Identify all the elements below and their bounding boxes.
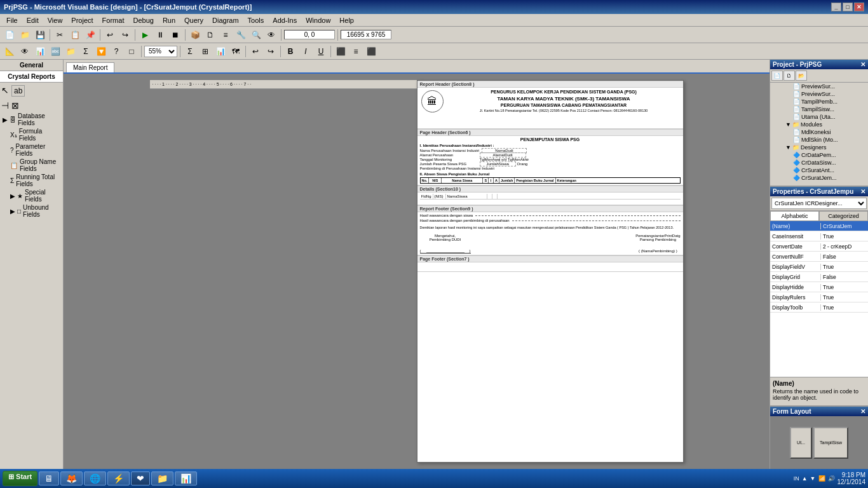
- form-layout-close-icon[interactable]: ✕: [860, 408, 865, 415]
- menu-view[interactable]: View: [44, 16, 67, 25]
- fe-unbound-fields[interactable]: ▶ □ Unbound Fields: [0, 203, 63, 219]
- align-center-btn[interactable]: ≡: [349, 45, 363, 58]
- prop-displaygrid[interactable]: DisplayGrid False: [770, 272, 868, 282]
- tb-btn[interactable]: 🔧: [234, 29, 248, 41]
- zoom-select[interactable]: 55% 75% 100%: [144, 46, 177, 57]
- fe-database-fields[interactable]: ▶ 🗄 Database Fields: [0, 112, 63, 127]
- pause-btn[interactable]: ⏸: [153, 29, 167, 41]
- prop-displayrulers[interactable]: DisplayRulers True: [770, 292, 868, 302]
- sum-btn[interactable]: Σ: [183, 45, 197, 58]
- menu-addins[interactable]: Add-Ins: [269, 16, 301, 25]
- tree-crsuratant[interactable]: 🔷 CrSuratAnt...: [770, 166, 868, 174]
- prop-name[interactable]: (Name) CrSuratJem: [770, 221, 868, 231]
- menu-project[interactable]: Project: [67, 16, 97, 25]
- cr-preview-btn[interactable]: 👁: [18, 45, 32, 58]
- prop-caseinsensit[interactable]: CaseInsensit True: [770, 231, 868, 241]
- menu-debug[interactable]: Debug: [129, 16, 157, 25]
- undo2-btn[interactable]: ↩: [248, 45, 262, 58]
- cut-btn[interactable]: ✂: [53, 29, 67, 41]
- line-tool[interactable]: ⊣: [1, 100, 9, 111]
- prop-displayhidde[interactable]: DisplayHidde True: [770, 282, 868, 292]
- tab-general[interactable]: General: [0, 60, 63, 71]
- align-right-btn[interactable]: ⬛: [364, 45, 378, 58]
- tab-categorized[interactable]: Categorized: [819, 211, 868, 220]
- project-close-icon[interactable]: ✕: [860, 61, 865, 68]
- menu-edit[interactable]: Edit: [23, 16, 43, 25]
- taskbar-item-6[interactable]: 📁: [151, 471, 173, 485]
- tree-mdlskin[interactable]: 📄 MdlSkin (Mo...: [770, 136, 868, 144]
- browse-btn[interactable]: 🔍: [249, 29, 263, 41]
- menu-btn[interactable]: ≡: [219, 29, 233, 41]
- close-btn[interactable]: ✕: [854, 3, 864, 11]
- cr-total-btn[interactable]: Σ: [79, 45, 93, 58]
- tab-crystal-reports[interactable]: Crystal Reports: [0, 71, 63, 83]
- taskbar-item-7[interactable]: 📊: [175, 471, 197, 485]
- insert-chart-btn[interactable]: 📊: [214, 45, 227, 58]
- tree-crdatapem[interactable]: 🔷 CrDataPem...: [770, 151, 868, 159]
- props-close-icon[interactable]: ✕: [860, 188, 865, 195]
- maximize-btn[interactable]: □: [843, 3, 853, 11]
- taskbar-item-1[interactable]: 🖥: [39, 471, 59, 485]
- menu-file[interactable]: File: [3, 16, 22, 25]
- underline-btn[interactable]: U: [314, 45, 328, 58]
- menu-tools[interactable]: Tools: [244, 16, 268, 25]
- tree-crsuratjem[interactable]: 🔷 CrSuratJem...: [770, 174, 868, 182]
- form-window-tampilsisw[interactable]: TampilSisw: [813, 427, 848, 459]
- start-button[interactable]: ⊞ Start: [3, 471, 37, 486]
- pointer-tool[interactable]: ↖: [1, 85, 9, 97]
- prop-displayfieldv[interactable]: DisplayFieldV True: [770, 262, 868, 272]
- tree-mdlkoneksi[interactable]: 📄 MdlKoneksi: [770, 128, 868, 136]
- new-btn[interactable]: 📄: [3, 29, 17, 41]
- tab-main-report[interactable]: Main Report: [66, 62, 114, 72]
- cr-design-btn[interactable]: 📐: [3, 45, 17, 58]
- cr-help-btn[interactable]: ?: [109, 45, 123, 58]
- proj-toggle-btn[interactable]: 📂: [796, 71, 807, 81]
- fe-parameter-fields[interactable]: ? Parameter Fields: [0, 142, 63, 158]
- tree-tampilsisw[interactable]: 📄 TampilSisw...: [770, 105, 868, 113]
- cr-fields-btn[interactable]: 📊: [33, 45, 47, 58]
- tab-alphabetic[interactable]: Alphabetic: [770, 211, 819, 220]
- redo-btn[interactable]: ↪: [118, 29, 132, 41]
- redo2-btn[interactable]: ↪: [264, 45, 278, 58]
- menu-query[interactable]: Query: [180, 16, 207, 25]
- minimize-btn[interactable]: _: [831, 3, 841, 11]
- prop-convertnull[interactable]: ConvertNullF False: [770, 252, 868, 262]
- run-btn[interactable]: ▶: [138, 29, 152, 41]
- save-btn[interactable]: 💾: [33, 29, 47, 41]
- undo-btn[interactable]: ↩: [103, 29, 117, 41]
- cr-sort-btn[interactable]: 🔤: [48, 45, 62, 58]
- prop-convertdate[interactable]: ConvertDate 2 - crKeepD: [770, 241, 868, 252]
- tree-modules[interactable]: ▼ 📁 Modules: [770, 121, 868, 128]
- ab-tool[interactable]: ab: [11, 85, 25, 97]
- align-left-btn[interactable]: ⬛: [334, 45, 348, 58]
- tree-previewsur1[interactable]: 📄 PreviewSur...: [770, 83, 868, 90]
- menu-diagram[interactable]: Diagram: [208, 16, 243, 25]
- form-window-ut[interactable]: Ut...: [790, 427, 812, 459]
- menu-format[interactable]: Format: [98, 16, 128, 25]
- taskbar-item-2[interactable]: 🦊: [60, 471, 83, 485]
- tree-previewsur2[interactable]: 📄 PreviewSur...: [770, 90, 868, 98]
- fe-running-total-fields[interactable]: Σ Running Total Fields: [0, 173, 63, 188]
- prop-displaytoolb[interactable]: DisplayToolb True: [770, 302, 868, 313]
- proj-btn[interactable]: 📦: [188, 29, 202, 41]
- tree-tampilpemb[interactable]: 📄 TampilPemb...: [770, 98, 868, 105]
- fe-special-fields[interactable]: ▶ ★ Special Fields: [0, 188, 63, 203]
- menu-window[interactable]: Window: [302, 16, 334, 25]
- insert-group-btn[interactable]: ⊞: [198, 45, 212, 58]
- taskbar-item-4[interactable]: ⚡: [107, 471, 130, 485]
- open-btn[interactable]: 📁: [18, 29, 32, 41]
- tree-crdatasisw[interactable]: 🔷 CrDataSisw...: [770, 159, 868, 166]
- proj-view-object-btn[interactable]: 🗋: [783, 71, 795, 81]
- copy-btn[interactable]: 📋: [68, 29, 82, 41]
- watch-btn[interactable]: 👁: [264, 29, 278, 41]
- cr-group-btn[interactable]: 📁: [64, 45, 78, 58]
- cr-filter-btn[interactable]: 🔽: [94, 45, 108, 58]
- menu-run[interactable]: Run: [159, 16, 179, 25]
- form-btn[interactable]: 🗋: [203, 29, 217, 41]
- insert-map-btn[interactable]: 🗺: [229, 45, 243, 58]
- cr-extra-btn[interactable]: □: [125, 45, 139, 58]
- props-object-select[interactable]: CrSuratJen ICRDesigner...: [771, 198, 867, 209]
- bold-btn[interactable]: B: [283, 45, 297, 58]
- tree-utama[interactable]: 📄 Utama (Uta...: [770, 113, 868, 121]
- proj-view-code-btn[interactable]: 📄: [771, 71, 783, 81]
